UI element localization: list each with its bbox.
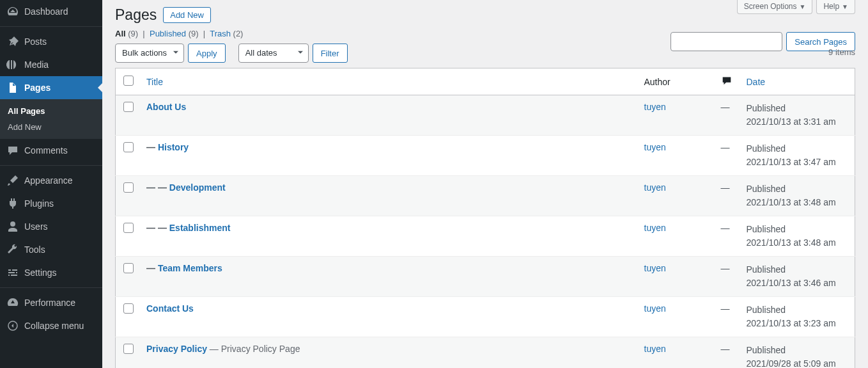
sidebar-item-posts[interactable]: Posts	[0, 30, 102, 53]
sidebar-label: Posts	[24, 36, 47, 47]
sidebar-subitem-add-new[interactable]: Add New	[0, 119, 102, 135]
table-row: — Historytuyen—Published2021/10/13 at 3:…	[116, 136, 855, 176]
row-checkbox[interactable]	[123, 102, 134, 112]
row-date: Published2021/09/28 at 5:09 am	[740, 337, 855, 369]
row-title-cell: — — Development	[140, 176, 638, 216]
sidebar-item-media[interactable]: Media	[0, 53, 102, 76]
screen-options-label: Screen Options	[744, 2, 797, 11]
row-comments-count: —	[715, 136, 740, 176]
sidebar-item-collapse[interactable]: Collapse menu	[0, 314, 102, 337]
sidebar-subitem-all-pages[interactable]: All Pages	[0, 103, 102, 119]
row-title-cell: Contact Us	[140, 297, 638, 337]
sidebar-label: Pages	[24, 83, 50, 93]
row-date: Published2021/10/13 at 3:48 am	[740, 176, 855, 216]
plug-icon	[6, 197, 19, 210]
row-title-link[interactable]: Contact Us	[146, 303, 194, 314]
row-author-link[interactable]: tuyen	[644, 223, 666, 233]
row-title-cell: — Team Members	[140, 257, 638, 297]
row-checkbox[interactable]	[123, 182, 134, 193]
select-all-checkbox[interactable]	[123, 76, 134, 86]
filter-published[interactable]: Published	[150, 29, 186, 38]
sidebar-item-plugins[interactable]: Plugins	[0, 192, 102, 215]
row-comments-count: —	[715, 95, 740, 136]
table-row: — Team Memberstuyen—Published2021/10/13 …	[116, 257, 855, 297]
row-author-link[interactable]: tuyen	[644, 303, 666, 314]
row-checkbox[interactable]	[123, 303, 134, 314]
media-icon	[6, 58, 19, 71]
bulk-actions-select[interactable]: Bulk actions	[115, 44, 184, 63]
sidebar-label: Appearance	[24, 175, 73, 186]
row-checkbox[interactable]	[123, 263, 134, 273]
column-date[interactable]: Date	[740, 68, 855, 95]
comment-bubble-icon	[721, 78, 732, 88]
column-comments[interactable]	[715, 68, 740, 95]
sidebar-item-pages[interactable]: Pages	[0, 76, 102, 99]
sidebar-label: Dashboard	[24, 6, 68, 17]
sidebar-item-comments[interactable]: Comments	[0, 139, 102, 162]
table-row: Contact Ustuyen—Published2021/10/13 at 3…	[116, 297, 855, 337]
row-title-link[interactable]: Privacy Policy	[146, 344, 207, 354]
row-date: Published2021/10/13 at 3:47 am	[740, 136, 855, 176]
table-row: Privacy Policy — Privacy Policy Pagetuye…	[116, 337, 855, 369]
row-hierarchy-prefix: —	[146, 142, 158, 152]
row-hierarchy-prefix: — —	[146, 182, 169, 193]
row-title-link[interactable]: Team Members	[158, 263, 222, 273]
dashboard-icon	[6, 5, 19, 18]
chevron-down-icon: ▼	[800, 3, 806, 10]
items-count: 9 items	[828, 47, 855, 57]
add-new-button[interactable]: Add New	[163, 7, 211, 23]
chevron-down-icon: ▼	[842, 3, 848, 10]
row-author-link[interactable]: tuyen	[644, 344, 666, 354]
sidebar-item-appearance[interactable]: Appearance	[0, 169, 102, 192]
sidebar-item-settings[interactable]: Settings	[0, 261, 102, 284]
pages-icon	[6, 81, 19, 94]
row-title-cell: Privacy Policy — Privacy Policy Page	[140, 337, 638, 369]
sidebar-label: Media	[24, 60, 49, 70]
filter-published-count: (9)	[189, 29, 199, 38]
row-author-link[interactable]: tuyen	[644, 182, 666, 193]
row-checkbox[interactable]	[123, 142, 134, 152]
table-row: — — Establishmenttuyen—Published2021/10/…	[116, 216, 855, 257]
sidebar-item-tools[interactable]: Tools	[0, 238, 102, 261]
tablenav-top: Bulk actions Apply All dates Filter 9 it…	[115, 44, 855, 63]
sidebar-item-performance[interactable]: Performance	[0, 291, 102, 314]
sidebar-label: Settings	[24, 268, 57, 278]
sidebar-label: Comments	[24, 145, 68, 156]
help-button[interactable]: Help ▼	[816, 0, 855, 14]
sidebar-label: Performance	[24, 298, 75, 308]
row-date: Published2021/10/13 at 3:23 am	[740, 297, 855, 337]
date-filter-select[interactable]: All dates	[238, 44, 309, 63]
row-hierarchy-prefix: — —	[146, 223, 169, 233]
row-title-link[interactable]: Establishment	[169, 223, 231, 233]
sidebar-label: Tools	[24, 244, 45, 255]
row-author-link[interactable]: tuyen	[644, 102, 666, 112]
filter-button[interactable]: Filter	[313, 44, 348, 63]
row-date: Published2021/10/13 at 3:46 am	[740, 257, 855, 297]
main-content: Screen Options ▼ Help ▼ Pages Add New Se…	[102, 0, 868, 368]
row-title-link[interactable]: About Us	[146, 102, 186, 112]
screen-options-button[interactable]: Screen Options ▼	[737, 0, 813, 14]
column-title[interactable]: Title	[140, 68, 638, 95]
pages-table: Title Author Date About Ustuyen—Publishe…	[115, 68, 855, 368]
collapse-icon	[6, 319, 19, 332]
filter-all[interactable]: All	[115, 29, 126, 38]
row-author-link[interactable]: tuyen	[644, 263, 666, 273]
sidebar-item-dashboard[interactable]: Dashboard	[0, 0, 102, 23]
row-checkbox[interactable]	[123, 223, 134, 233]
help-label: Help	[823, 2, 839, 11]
filter-trash[interactable]: Trash	[210, 29, 231, 38]
filter-trash-count: (2)	[233, 29, 244, 38]
pin-icon	[6, 35, 19, 48]
user-icon	[6, 220, 19, 233]
row-title-suffix: — Privacy Policy Page	[207, 344, 300, 354]
row-title-link[interactable]: History	[158, 142, 189, 152]
row-checkbox[interactable]	[123, 344, 134, 354]
sidebar-item-users[interactable]: Users	[0, 215, 102, 238]
row-author-link[interactable]: tuyen	[644, 142, 666, 152]
row-title-cell: About Us	[140, 95, 638, 136]
row-title-link[interactable]: Development	[169, 182, 226, 193]
row-comments-count: —	[715, 176, 740, 216]
row-date: Published2021/10/13 at 3:31 am	[740, 95, 855, 136]
sidebar-submenu-pages: All Pages Add New	[0, 99, 102, 139]
apply-button[interactable]: Apply	[188, 44, 226, 63]
